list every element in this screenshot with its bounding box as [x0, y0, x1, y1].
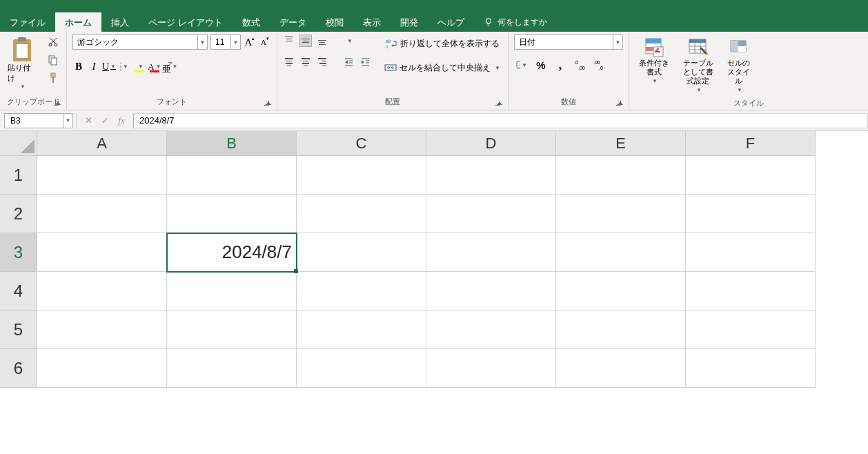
font-color-button[interactable]: A▼ [148, 61, 161, 73]
cell-D4[interactable] [426, 272, 556, 310]
select-all-corner[interactable] [0, 131, 37, 156]
percent-button[interactable]: % [533, 59, 549, 71]
cell-A3[interactable] [37, 233, 167, 272]
tab-data[interactable]: データ [270, 12, 316, 32]
increase-indent-button[interactable] [359, 56, 371, 68]
merge-center-button[interactable]: セルを結合して中央揃え ▼ [382, 59, 502, 77]
alignment-launcher[interactable] [494, 99, 502, 108]
align-right-button[interactable] [316, 56, 328, 68]
align-middle-button[interactable] [299, 34, 312, 47]
cell-C3[interactable] [297, 233, 426, 272]
cell-B4[interactable] [167, 272, 297, 310]
decrease-font-button[interactable]: A▾ [259, 36, 271, 48]
row-header-5[interactable]: 5 [0, 310, 37, 349]
cell-E6[interactable] [556, 349, 686, 388]
cell-B2[interactable] [167, 195, 297, 233]
cell-E1[interactable] [556, 156, 686, 195]
column-header-A[interactable]: A [37, 131, 167, 156]
row-header-1[interactable]: 1 [0, 156, 37, 195]
increase-decimal-button[interactable]: .0.00 [572, 59, 587, 71]
number-format-combo[interactable]: 日付▼ [514, 34, 623, 50]
font-name-combo[interactable]: 游ゴシック▼ [72, 34, 208, 50]
cancel-formula-button[interactable]: ✕ [81, 115, 96, 126]
cell-A4[interactable] [37, 272, 167, 310]
decrease-indent-button[interactable] [342, 56, 355, 68]
number-launcher[interactable] [615, 99, 623, 108]
tab-developer[interactable]: 開発 [391, 12, 428, 32]
orientation-button[interactable]: ab▼ [342, 34, 355, 47]
italic-button[interactable]: I [88, 59, 100, 75]
underline-button[interactable]: U▼ [103, 59, 115, 75]
column-header-F[interactable]: F [686, 131, 816, 156]
tab-file[interactable]: ファイル [0, 12, 55, 32]
tab-help[interactable]: ヘルプ [428, 12, 474, 32]
tab-view[interactable]: 表示 [353, 12, 391, 32]
tab-formulas[interactable]: 数式 [233, 12, 270, 32]
insert-function-button[interactable]: fx [114, 115, 129, 126]
conditional-formatting-button[interactable]: 条件付き書式▼ [635, 34, 673, 88]
cell-C1[interactable] [297, 156, 426, 195]
row-header-4[interactable]: 4 [0, 272, 37, 310]
cell-F4[interactable] [686, 272, 816, 310]
copy-button[interactable] [46, 52, 61, 68]
column-header-C[interactable]: C [297, 131, 426, 156]
cell-C2[interactable] [297, 195, 426, 233]
align-top-button[interactable] [283, 34, 295, 47]
cell-D3[interactable] [426, 233, 556, 272]
cell-E2[interactable] [556, 195, 686, 233]
font-size-combo[interactable]: 11▼ [210, 34, 241, 50]
clipboard-launcher[interactable] [52, 99, 61, 108]
cell-F1[interactable] [686, 156, 816, 195]
phonetic-button[interactable]: ア亜▼ [164, 61, 176, 73]
cell-A2[interactable] [37, 195, 167, 233]
align-left-button[interactable] [283, 56, 295, 68]
fill-color-button[interactable]: ▼ [133, 61, 146, 73]
tell-me[interactable]: 何をしますか [474, 12, 557, 32]
row-header-3[interactable]: 3 [0, 233, 37, 272]
cell-A1[interactable] [37, 156, 167, 195]
enter-formula-button[interactable]: ✓ [97, 115, 112, 126]
cell-D5[interactable] [426, 310, 556, 349]
cell-E5[interactable] [556, 310, 686, 349]
column-header-D[interactable]: D [426, 131, 556, 156]
tab-pagelayout[interactable]: ページ レイアウト [139, 12, 233, 32]
font-launcher[interactable] [263, 99, 271, 108]
comma-button[interactable]: , [553, 59, 568, 71]
cell-F3[interactable] [686, 233, 816, 272]
cell-A6[interactable] [37, 349, 167, 388]
cell-B5[interactable] [167, 310, 297, 349]
wrap-text-button[interactable]: abc 折り返して全体を表示する [382, 34, 502, 52]
cell-B1[interactable] [167, 156, 297, 195]
paste-button[interactable]: 貼り付け ▼ [6, 34, 39, 92]
cell-B6[interactable] [167, 349, 297, 388]
borders-button[interactable]: ▼ [118, 61, 130, 73]
align-bottom-button[interactable] [316, 34, 328, 47]
cell-F2[interactable] [686, 195, 816, 233]
row-header-2[interactable]: 2 [0, 195, 37, 233]
cell-E3[interactable] [556, 233, 686, 272]
cell-C5[interactable] [297, 310, 426, 349]
format-painter-button[interactable] [46, 70, 61, 86]
accounting-format-button[interactable]: ▼ [514, 59, 529, 71]
column-header-B[interactable]: B [167, 131, 297, 156]
format-as-table-button[interactable]: テーブルとして書式設定▼ [679, 34, 718, 97]
cell-F5[interactable] [686, 310, 816, 349]
cell-D2[interactable] [426, 195, 556, 233]
fill-handle[interactable] [294, 269, 298, 273]
tab-home[interactable]: ホーム [55, 12, 101, 32]
column-header-E[interactable]: E [556, 131, 686, 156]
cell-F6[interactable] [686, 349, 816, 388]
cell-E4[interactable] [556, 272, 686, 310]
row-header-6[interactable]: 6 [0, 349, 37, 388]
cell-B3[interactable]: 2024/8/7 [167, 233, 297, 272]
tab-review[interactable]: 校閲 [316, 12, 353, 32]
cut-button[interactable] [46, 34, 61, 50]
formula-input[interactable]: 2024/8/7 [133, 113, 868, 128]
cell-styles-button[interactable]: セルのスタイル▼ [723, 34, 755, 97]
cell-A5[interactable] [37, 310, 167, 349]
align-center-button[interactable] [299, 56, 312, 68]
cell-D1[interactable] [426, 156, 556, 195]
name-box[interactable]: B3▼ [4, 113, 73, 128]
bold-button[interactable]: B [72, 59, 85, 75]
cell-D6[interactable] [426, 349, 556, 388]
